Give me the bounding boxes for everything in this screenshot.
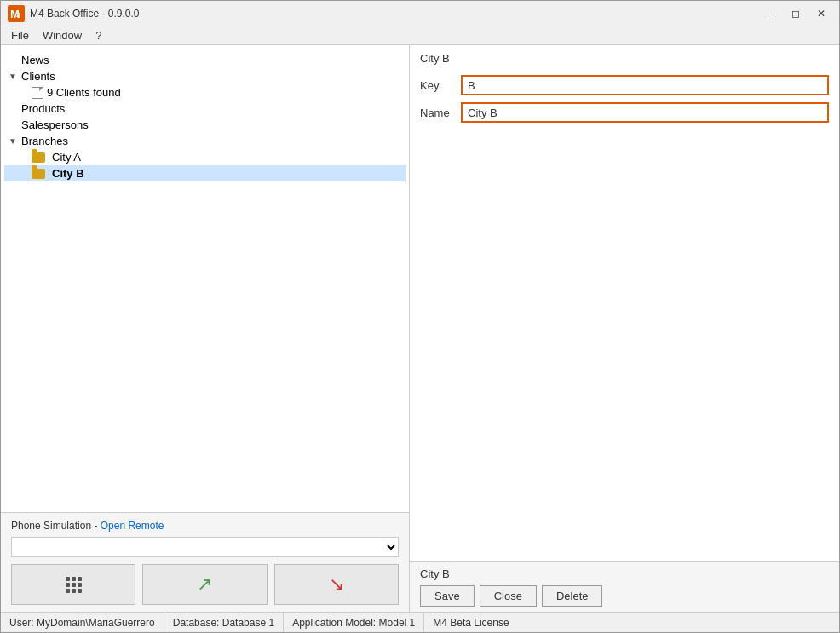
form-footer-buttons: Save Close Delete <box>420 585 829 607</box>
tree-area: News ▼ Clients 9 Clients found Products <box>1 45 409 512</box>
collapse-icon: ▼ <box>8 136 18 146</box>
close-button[interactable]: Close <box>480 585 537 607</box>
delete-button[interactable]: Delete <box>542 585 603 607</box>
close-button[interactable]: ✕ <box>810 5 832 22</box>
dialpad-button[interactable] <box>11 564 135 605</box>
form-row-name: Name <box>420 102 829 123</box>
save-button[interactable]: Save <box>420 585 475 607</box>
svg-text:4: 4 <box>16 11 20 20</box>
call-up-icon: ↗ <box>197 573 212 596</box>
tree-item-salespersons[interactable]: Salespersons <box>4 117 406 133</box>
main-content: News ▼ Clients 9 Clients found Products <box>1 45 839 612</box>
form-body: Key Name <box>410 68 839 561</box>
phone-sim-title: Phone Simulation - Open Remote <box>11 520 399 532</box>
open-remote-link[interactable]: Open Remote <box>101 520 164 532</box>
title-bar: M 4 M4 Back Office - 0.9.0.0 — ◻ ✕ <box>1 1 839 26</box>
minimize-button[interactable]: — <box>759 5 781 22</box>
tree-item-branches[interactable]: ▼ Branches <box>4 133 406 149</box>
menu-help[interactable]: ? <box>89 27 108 43</box>
status-bar: User: MyDomain\MariaGuerrero Database: D… <box>1 612 839 632</box>
restore-button[interactable]: ◻ <box>785 5 807 22</box>
folder-closed-icon <box>32 169 45 179</box>
tree-item-city-b[interactable]: City B <box>4 165 406 181</box>
window-controls: — ◻ ✕ <box>759 5 832 22</box>
form-footer-title: City B <box>420 567 829 580</box>
tree-item-city-a[interactable]: City A <box>4 149 406 165</box>
call-button[interactable]: ↗ <box>142 564 267 605</box>
menu-file[interactable]: File <box>4 27 36 43</box>
app-logo-icon: M 4 <box>8 5 25 22</box>
hangup-button[interactable]: ↘ <box>274 564 399 605</box>
form-header: City B <box>410 45 839 68</box>
left-panel: News ▼ Clients 9 Clients found Products <box>1 45 410 612</box>
menu-window[interactable]: Window <box>36 27 89 43</box>
form-header-title: City B <box>420 52 450 65</box>
phone-select[interactable] <box>11 537 399 557</box>
tree-item-products[interactable]: Products <box>4 101 406 117</box>
menu-bar: File Window ? <box>1 26 839 45</box>
phone-simulation: Phone Simulation - Open Remote ↗ <box>1 512 409 612</box>
tree-item-clients[interactable]: ▼ Clients <box>4 68 406 84</box>
name-label: Name <box>420 106 454 119</box>
name-input[interactable] <box>461 102 829 123</box>
key-label: Key <box>420 79 454 92</box>
tree-item-news[interactable]: News <box>4 52 406 68</box>
dialpad-icon <box>66 577 82 593</box>
status-app-model: Application Model: Model 1 <box>284 613 424 632</box>
status-user: User: MyDomain\MariaGuerrero <box>1 613 164 632</box>
key-input[interactable] <box>461 75 829 95</box>
folder-closed-icon <box>32 152 45 163</box>
form-row-key: Key <box>420 75 829 95</box>
status-database: Database: Database 1 <box>164 613 284 632</box>
collapse-icon: ▼ <box>8 72 18 81</box>
status-license: M4 Beta License <box>424 613 517 632</box>
form-footer: City B Save Close Delete <box>410 561 839 612</box>
window-title: M4 Back Office - 0.9.0.0 <box>30 8 759 20</box>
call-down-icon: ↘ <box>329 573 344 596</box>
right-panel: City B Key Name City B Save Close Delete <box>410 45 839 612</box>
document-icon <box>32 87 43 99</box>
tree-item-clients-found[interactable]: 9 Clients found <box>4 84 406 101</box>
phone-buttons: ↗ ↘ <box>11 564 399 605</box>
